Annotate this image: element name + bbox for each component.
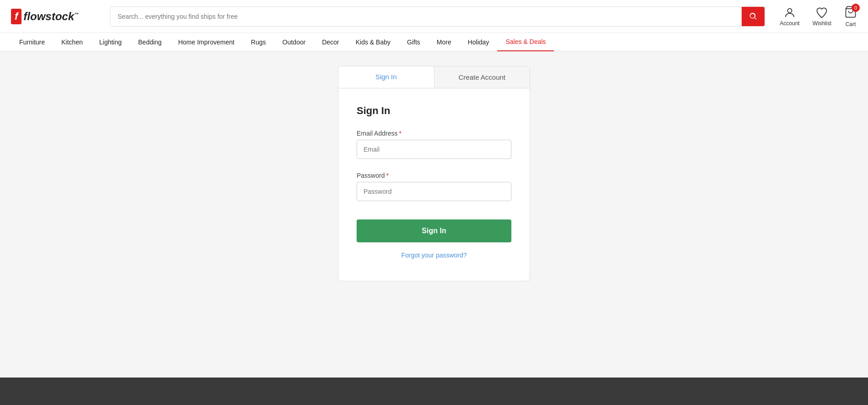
password-input[interactable] [357, 182, 511, 201]
email-input[interactable] [357, 140, 511, 159]
nav-item-furniture[interactable]: Furniture [11, 33, 53, 51]
nav-item-kitchen[interactable]: Kitchen [53, 33, 91, 51]
tabs: Sign In Create Account [338, 66, 530, 88]
header-icons: Account Wishlist 0 Cart [780, 5, 857, 27]
nav-item-holiday[interactable]: Holiday [460, 33, 498, 51]
nav-item-more[interactable]: More [429, 33, 460, 51]
account-icon [783, 6, 796, 19]
tab-sign-in[interactable]: Sign In [338, 66, 434, 88]
sign-in-button[interactable]: Sign In [357, 219, 511, 242]
form-title: Sign In [357, 105, 511, 117]
forgot-password-link[interactable]: Forgot your password? [357, 252, 511, 259]
email-label: Email Address* [357, 130, 511, 137]
search-input[interactable] [110, 7, 742, 26]
header: f flowstock™ Account Wishlist [0, 0, 868, 33]
nav-item-outdoor[interactable]: Outdoor [274, 33, 314, 51]
footer [0, 378, 868, 405]
email-required: * [399, 130, 401, 137]
nav-item-bedding[interactable]: Bedding [130, 33, 170, 51]
cart-wrapper: 0 [844, 5, 857, 20]
wishlist-link[interactable]: Wishlist [813, 6, 831, 27]
account-link[interactable]: Account [780, 6, 799, 27]
logo-icon: f [11, 9, 22, 24]
nav-item-decor[interactable]: Decor [314, 33, 347, 51]
email-group: Email Address* [357, 130, 511, 168]
nav-item-gifts[interactable]: Gifts [399, 33, 429, 51]
cart-link[interactable]: 0 Cart [844, 5, 857, 27]
nav: Furniture Kitchen Lighting Bedding Home … [0, 33, 868, 51]
cart-label: Cart [846, 21, 856, 27]
main-content: Sign In Create Account Sign In Email Add… [0, 51, 868, 378]
nav-item-kids-baby[interactable]: Kids & Baby [347, 33, 399, 51]
account-label: Account [780, 20, 799, 27]
nav-item-lighting[interactable]: Lighting [91, 33, 130, 51]
wishlist-label: Wishlist [813, 20, 831, 27]
nav-item-home-improvement[interactable]: Home Improvement [170, 33, 243, 51]
search-wrapper [110, 6, 765, 27]
logo[interactable]: f flowstock™ [11, 9, 103, 24]
svg-point-0 [787, 8, 792, 12]
nav-item-sales-deals[interactable]: Sales & Deals [497, 33, 554, 51]
tab-create-account[interactable]: Create Account [434, 66, 530, 88]
wishlist-icon [815, 6, 828, 19]
search-icon [749, 12, 758, 21]
password-label: Password* [357, 172, 511, 179]
nav-item-rugs[interactable]: Rugs [243, 33, 274, 51]
search-button[interactable] [742, 7, 765, 26]
password-group: Password* [357, 172, 511, 210]
logo-text: flowstock™ [23, 10, 79, 23]
sign-in-form-card: Sign In Email Address* Password* Sign In… [338, 88, 530, 281]
password-required: * [386, 172, 388, 179]
cart-badge: 0 [852, 4, 860, 12]
